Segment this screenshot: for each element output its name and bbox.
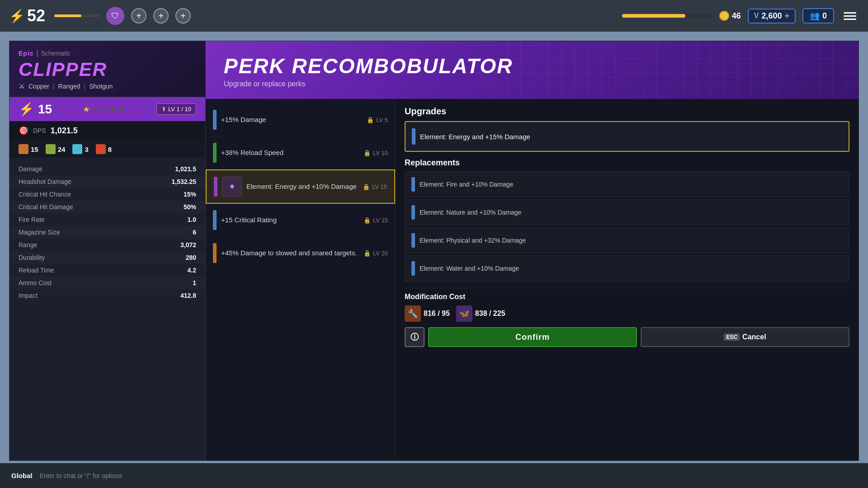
dps-row: 🎯 DPS 1,021.5 [9, 121, 205, 141]
stat-name: Ammo Cost [19, 279, 52, 286]
weapon-icon: ⚔ [19, 82, 25, 90]
lock-level: LV 10 [373, 150, 388, 156]
vbucks-value: 2,600 [761, 11, 782, 21]
resources-row: 15 24 3 8 [9, 141, 205, 158]
chat-channel: Global [11, 472, 33, 479]
vbucks-box[interactable]: V 2,600 + [748, 9, 796, 23]
lock-icon: 🔒 [363, 150, 371, 156]
cancel-button[interactable]: ESC Cancel [641, 327, 849, 347]
stat-row: Fire Rate1.0 [9, 213, 205, 226]
item-tags: ⚔ Copper | Ranged | Shotgun [19, 82, 196, 90]
lv-badge: ⬆ LV 1 / 10 [156, 103, 196, 115]
stat-value: 6 [193, 229, 196, 236]
stat-name: Durability [19, 254, 45, 261]
item-name: CLIPPER [19, 59, 196, 80]
resource-4: 8 [96, 144, 112, 154]
perk-item[interactable]: ✦ Element: Energy and +10% Damage 🔒 LV 1… [206, 169, 395, 204]
perk-item[interactable]: +15% Damage 🔒 LV 5 [206, 103, 395, 136]
upgrades-title: Upgrades [405, 106, 849, 117]
lock-level: LV 20 [373, 250, 388, 257]
upgrade-item[interactable]: Element: Energy and +15% Damage [405, 121, 849, 152]
menu-line-2 [844, 15, 856, 17]
star-4: ★ [110, 104, 117, 114]
menu-button[interactable] [841, 9, 859, 23]
upgrade-text: Element: Energy and +15% Damage [420, 133, 842, 141]
esc-badge: ESC [724, 333, 740, 341]
info-button[interactable]: ⓘ [405, 327, 425, 347]
perk-item[interactable]: +38% Reload Speed 🔒 LV 10 [206, 136, 395, 169]
xp-fill [622, 14, 685, 18]
replacement-item[interactable]: Element: Water and +10% Damage [405, 255, 849, 282]
perk-color-bar [213, 243, 217, 263]
stat-value: 412.8 [180, 292, 196, 299]
stat-row: Critical Hit Chance15% [9, 188, 205, 201]
res2-value: 24 [58, 145, 66, 153]
perk-text: +38% Reload Speed [221, 148, 359, 157]
lv-text: LV 1 / 10 [168, 106, 191, 113]
upgrades-panel: Upgrades Element: Energy and +15% Damage… [396, 99, 859, 460]
dps-label: DPS [33, 127, 46, 134]
gold-count: 46 [719, 11, 741, 21]
wood-icon [19, 144, 28, 154]
repl-color-bar [411, 177, 415, 192]
action-row: ⓘ Confirm ESC Cancel [405, 327, 849, 347]
vbucks-add-icon[interactable]: + [784, 11, 789, 21]
replacements-title: Replacements [405, 158, 849, 168]
perk-lock: 🔒 LV 10 [363, 150, 388, 156]
star-5: ★ [119, 104, 126, 114]
stat-row: Critical Hit Damage50% [9, 201, 205, 213]
add-button-3[interactable]: + [175, 8, 191, 23]
menu-line-3 [844, 19, 856, 20]
repl-color-bar [411, 233, 415, 248]
lv-up-icon: ⬆ [161, 106, 166, 113]
perk-icon: ✦ [228, 181, 236, 192]
replacement-item[interactable]: Element: Fire and +10% Damage [405, 171, 849, 197]
power-level: ⚡ 15 [19, 102, 52, 117]
stat-row: Durability280 [9, 251, 205, 264]
stat-row: Range3,072 [9, 239, 205, 251]
replacement-item[interactable]: Element: Physical and +32% Damage [405, 227, 849, 253]
chat-hint: Enter to chat or "/" for options [40, 472, 123, 479]
stat-row: Headshot Damage1,532.25 [9, 175, 205, 188]
level-bar-fill [54, 14, 81, 17]
perk-color-bar [213, 143, 217, 163]
gold-value: 46 [732, 11, 741, 21]
stat-value: 1,021.5 [175, 165, 196, 173]
power-level-value: 15 [38, 102, 52, 117]
perk-lock: 🔒 LV 20 [363, 250, 388, 257]
lock-level: LV 5 [376, 117, 388, 123]
perk-item[interactable]: +45% Damage to slowed and snared targets… [206, 237, 395, 270]
repl-text: Element: Nature and +10% Damage [420, 209, 521, 216]
confirm-button[interactable]: Confirm [428, 327, 637, 347]
lock-icon: 🔒 [363, 183, 370, 190]
cost2-value: 838 / 225 [475, 310, 505, 318]
vbucks-icon: V [754, 12, 759, 20]
repl-text: Element: Water and +10% Damage [420, 265, 519, 272]
perk-text: +45% Damage to slowed and snared targets… [221, 249, 359, 258]
add-button-1[interactable]: + [131, 8, 146, 23]
stats-list: Damage1,021.5Headshot Damage1,532.25Crit… [9, 158, 205, 306]
replacement-item[interactable]: Element: Nature and +10% Damage [405, 199, 849, 225]
perk-item[interactable]: +15 Critical Rating 🔒 LV 15 [206, 204, 395, 237]
stat-row: Damage1,021.5 [9, 163, 205, 175]
perk-body: +15% Damage 🔒 LV 5 +38% Reload Speed 🔒 L… [206, 99, 859, 460]
bottom-bar: Global Enter to chat or "/" for options [0, 463, 868, 488]
perk-lock: 🔒 LV 5 [367, 117, 388, 123]
dps-value: 1,021.5 [51, 126, 78, 136]
xp-bar [622, 14, 712, 18]
cost1-value: 816 / 95 [424, 310, 450, 318]
item-level-row: ⚡ 15 ★ ★ ★ ★ ★ ⬆ LV 1 / 10 [9, 97, 205, 121]
perk-title: PERK RECOMBOBULATOR [224, 54, 840, 78]
dps-icon: 🎯 [19, 126, 28, 136]
type-label: Schematic [41, 50, 71, 57]
item-rarity-row: Epic | Schematic [19, 49, 196, 57]
repl-color-bar [411, 261, 415, 276]
replacements-list: Element: Fire and +10% Damage Element: N… [405, 171, 849, 282]
stat-value: 50% [184, 203, 196, 211]
add-button-2[interactable]: + [153, 8, 169, 23]
res1-value: 15 [31, 145, 38, 153]
separator-1: | [37, 49, 38, 57]
shield-icon[interactable]: 🛡 [106, 7, 124, 25]
lock-level: LV 15 [372, 183, 387, 190]
friends-box[interactable]: 👥 0 [802, 8, 834, 23]
